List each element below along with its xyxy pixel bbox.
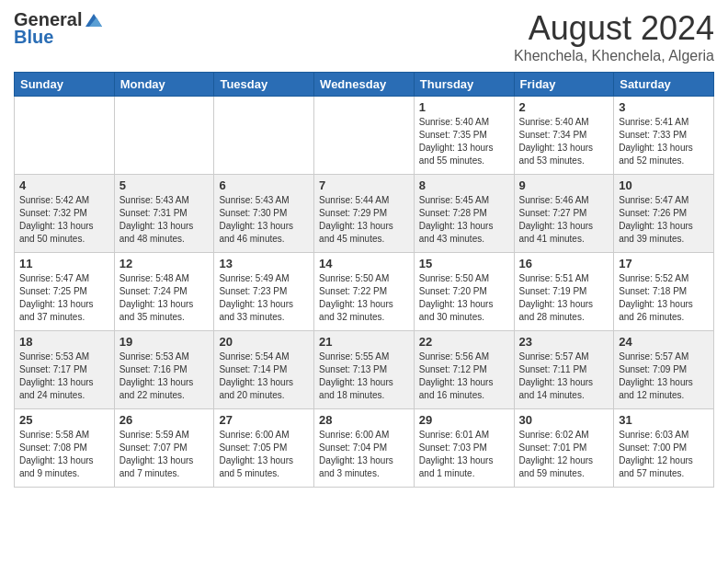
day-info: Sunrise: 5:53 AM Sunset: 7:17 PM Dayligh…	[19, 350, 109, 402]
calendar-cell-4: 4Sunrise: 5:42 AM Sunset: 7:32 PM Daylig…	[15, 175, 115, 253]
calendar-cell-25: 25Sunrise: 5:58 AM Sunset: 7:08 PM Dayli…	[15, 409, 115, 488]
day-number: 16	[519, 257, 609, 270]
day-info: Sunrise: 5:53 AM Sunset: 7:16 PM Dayligh…	[119, 350, 210, 402]
day-info: Sunrise: 5:47 AM Sunset: 7:26 PM Dayligh…	[619, 194, 709, 246]
day-number: 8	[419, 178, 509, 192]
calendar-cell-20: 20Sunrise: 5:54 AM Sunset: 7:14 PM Dayli…	[214, 331, 314, 409]
calendar-cell-19: 19Sunrise: 5:53 AM Sunset: 7:16 PM Dayli…	[114, 331, 214, 409]
calendar-cell-21: 21Sunrise: 5:55 AM Sunset: 7:13 PM Dayli…	[314, 331, 415, 409]
month-title: August 2024	[514, 9, 714, 48]
calendar-cell-7: 7Sunrise: 5:44 AM Sunset: 7:29 PM Daylig…	[314, 175, 415, 253]
day-info: Sunrise: 6:02 AM Sunset: 7:01 PM Dayligh…	[519, 429, 609, 480]
title-section: August 2024 Khenchela, Khenchela, Algeri…	[514, 9, 714, 64]
day-number: 3	[619, 100, 709, 114]
day-info: Sunrise: 5:58 AM Sunset: 7:08 PM Dayligh…	[19, 429, 109, 480]
weekday-header-row: SundayMondayTuesdayWednesdayThursdayFrid…	[15, 73, 714, 97]
weekday-header-friday: Friday	[514, 73, 614, 97]
day-info: Sunrise: 6:00 AM Sunset: 7:04 PM Dayligh…	[319, 429, 409, 480]
calendar-cell-12: 12Sunrise: 5:48 AM Sunset: 7:24 PM Dayli…	[114, 253, 214, 331]
weekday-header-wednesday: Wednesday	[314, 73, 415, 97]
day-number: 23	[519, 335, 609, 349]
day-number: 20	[219, 335, 309, 349]
day-info: Sunrise: 5:44 AM Sunset: 7:29 PM Dayligh…	[319, 194, 409, 246]
calendar-table: SundayMondayTuesdayWednesdayThursdayFrid…	[14, 72, 714, 488]
day-number: 7	[319, 178, 409, 192]
weekday-header-monday: Monday	[114, 73, 214, 97]
calendar-cell-2: 2Sunrise: 5:40 AM Sunset: 7:34 PM Daylig…	[514, 97, 614, 175]
day-info: Sunrise: 5:54 AM Sunset: 7:14 PM Dayligh…	[219, 350, 309, 402]
weekday-header-saturday: Saturday	[614, 73, 714, 97]
day-info: Sunrise: 5:43 AM Sunset: 7:30 PM Dayligh…	[219, 194, 309, 246]
weekday-header-tuesday: Tuesday	[214, 73, 314, 97]
day-number: 25	[19, 413, 109, 427]
day-number: 12	[119, 257, 210, 270]
day-info: Sunrise: 6:00 AM Sunset: 7:05 PM Dayligh…	[219, 429, 309, 480]
day-info: Sunrise: 5:59 AM Sunset: 7:07 PM Dayligh…	[119, 429, 210, 480]
day-info: Sunrise: 5:47 AM Sunset: 7:25 PM Dayligh…	[19, 272, 109, 324]
day-number: 19	[119, 335, 210, 349]
day-number: 28	[319, 413, 409, 427]
day-number: 21	[319, 335, 409, 349]
day-number: 13	[219, 257, 309, 270]
calendar-cell-14: 14Sunrise: 5:50 AM Sunset: 7:22 PM Dayli…	[314, 253, 415, 331]
calendar-cell-31: 31Sunrise: 6:03 AM Sunset: 7:00 PM Dayli…	[614, 409, 714, 488]
week-row-3: 11Sunrise: 5:47 AM Sunset: 7:25 PM Dayli…	[15, 253, 714, 331]
calendar-cell-26: 26Sunrise: 5:59 AM Sunset: 7:07 PM Dayli…	[114, 409, 214, 488]
calendar-cell-22: 22Sunrise: 5:56 AM Sunset: 7:12 PM Dayli…	[414, 331, 514, 409]
day-number: 14	[319, 257, 409, 270]
calendar-cell-17: 17Sunrise: 5:52 AM Sunset: 7:18 PM Dayli…	[614, 253, 714, 331]
week-row-1: 1Sunrise: 5:40 AM Sunset: 7:35 PM Daylig…	[15, 97, 714, 175]
calendar-cell-3: 3Sunrise: 5:41 AM Sunset: 7:33 PM Daylig…	[614, 97, 714, 175]
day-info: Sunrise: 5:42 AM Sunset: 7:32 PM Dayligh…	[19, 194, 109, 246]
page-header: General Blue August 2024 Khenchela, Khen…	[14, 9, 714, 64]
day-info: Sunrise: 5:51 AM Sunset: 7:19 PM Dayligh…	[519, 272, 609, 324]
day-number: 30	[519, 413, 609, 427]
day-info: Sunrise: 6:03 AM Sunset: 7:00 PM Dayligh…	[619, 429, 709, 480]
calendar-cell-15: 15Sunrise: 5:50 AM Sunset: 7:20 PM Dayli…	[414, 253, 514, 331]
day-info: Sunrise: 5:57 AM Sunset: 7:11 PM Dayligh…	[519, 350, 609, 402]
day-number: 29	[419, 413, 509, 427]
day-number: 31	[619, 413, 709, 427]
day-info: Sunrise: 5:52 AM Sunset: 7:18 PM Dayligh…	[619, 272, 709, 324]
day-number: 10	[619, 178, 709, 192]
day-number: 22	[419, 335, 509, 349]
day-number: 26	[119, 413, 210, 427]
calendar-cell-23: 23Sunrise: 5:57 AM Sunset: 7:11 PM Dayli…	[514, 331, 614, 409]
day-info: Sunrise: 5:46 AM Sunset: 7:27 PM Dayligh…	[519, 194, 609, 246]
calendar-cell-9: 9Sunrise: 5:46 AM Sunset: 7:27 PM Daylig…	[514, 175, 614, 253]
calendar-cell-empty	[214, 97, 314, 175]
day-number: 2	[519, 100, 609, 114]
logo-blue-text: Blue	[14, 27, 53, 48]
day-number: 27	[219, 413, 309, 427]
week-row-4: 18Sunrise: 5:53 AM Sunset: 7:17 PM Dayli…	[15, 331, 714, 409]
calendar-cell-30: 30Sunrise: 6:02 AM Sunset: 7:01 PM Dayli…	[514, 409, 614, 488]
day-info: Sunrise: 5:49 AM Sunset: 7:23 PM Dayligh…	[219, 272, 309, 324]
day-info: Sunrise: 6:01 AM Sunset: 7:03 PM Dayligh…	[419, 429, 509, 480]
calendar-cell-6: 6Sunrise: 5:43 AM Sunset: 7:30 PM Daylig…	[214, 175, 314, 253]
day-number: 5	[119, 178, 210, 192]
calendar-cell-11: 11Sunrise: 5:47 AM Sunset: 7:25 PM Dayli…	[15, 253, 115, 331]
day-number: 9	[519, 178, 609, 192]
day-info: Sunrise: 5:57 AM Sunset: 7:09 PM Dayligh…	[619, 350, 709, 402]
day-number: 18	[19, 335, 109, 349]
calendar-cell-8: 8Sunrise: 5:45 AM Sunset: 7:28 PM Daylig…	[414, 175, 514, 253]
day-number: 11	[19, 257, 109, 270]
weekday-header-thursday: Thursday	[414, 73, 514, 97]
day-number: 17	[619, 257, 709, 270]
logo-icon	[84, 12, 104, 29]
calendar-cell-28: 28Sunrise: 6:00 AM Sunset: 7:04 PM Dayli…	[314, 409, 415, 488]
calendar-cell-24: 24Sunrise: 5:57 AM Sunset: 7:09 PM Dayli…	[614, 331, 714, 409]
day-number: 6	[219, 178, 309, 192]
calendar-cell-10: 10Sunrise: 5:47 AM Sunset: 7:26 PM Dayli…	[614, 175, 714, 253]
calendar-cell-empty	[15, 97, 115, 175]
calendar-cell-empty	[114, 97, 214, 175]
day-number: 4	[19, 178, 109, 192]
day-info: Sunrise: 5:41 AM Sunset: 7:33 PM Dayligh…	[619, 116, 709, 167]
day-info: Sunrise: 5:40 AM Sunset: 7:34 PM Dayligh…	[519, 116, 609, 167]
day-info: Sunrise: 5:45 AM Sunset: 7:28 PM Dayligh…	[419, 194, 509, 246]
calendar-cell-16: 16Sunrise: 5:51 AM Sunset: 7:19 PM Dayli…	[514, 253, 614, 331]
day-info: Sunrise: 5:50 AM Sunset: 7:22 PM Dayligh…	[319, 272, 409, 324]
day-info: Sunrise: 5:50 AM Sunset: 7:20 PM Dayligh…	[419, 272, 509, 324]
week-row-5: 25Sunrise: 5:58 AM Sunset: 7:08 PM Dayli…	[15, 409, 714, 488]
weekday-header-sunday: Sunday	[15, 73, 115, 97]
